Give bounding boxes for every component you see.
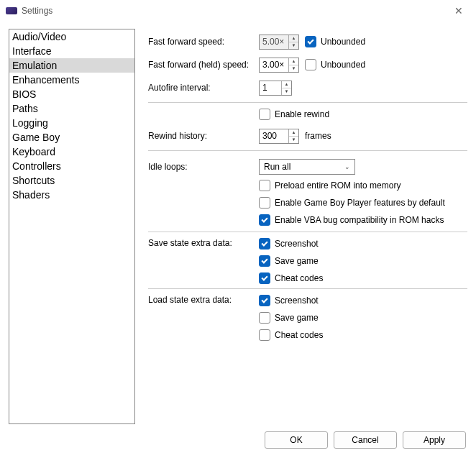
load-cheats-checkbox[interactable]: Cheat codes	[259, 329, 323, 341]
sidebar-item-keyboard[interactable]: Keyboard	[9, 145, 134, 159]
ff-speed-spinbox[interactable]: ▲▼	[259, 35, 299, 50]
sidebar-item-paths[interactable]: Paths	[9, 101, 134, 116]
app-icon	[6, 7, 17, 14]
load-extra-label: Load state extra data:	[148, 295, 259, 305]
rewind-history-input[interactable]	[260, 129, 288, 143]
ff-held-speed-label: Fast forward (held) speed:	[148, 60, 259, 70]
gb-player-label: Enable Game Boy Player features by defau…	[275, 198, 445, 208]
rewind-history-spinbox[interactable]: ▲▼	[259, 129, 299, 144]
sidebar-item-interface[interactable]: Interface	[9, 44, 134, 58]
ff-unbounded-label: Unbounded	[321, 37, 365, 47]
ff-held-unbounded-label: Unbounded	[321, 60, 365, 70]
save-extra-label: Save state extra data:	[148, 238, 259, 248]
sidebar-item-game-boy[interactable]: Game Boy	[9, 130, 134, 145]
save-screenshot-label: Screenshot	[275, 239, 319, 249]
close-button[interactable]: ✕	[447, 2, 470, 19]
spin-down-icon[interactable]: ▼	[289, 42, 298, 49]
load-savegame-checkbox[interactable]: Save game	[259, 312, 319, 324]
frames-unit-label: frames	[305, 131, 331, 141]
window-title: Settings	[22, 6, 447, 16]
idle-loops-label: Idle loops:	[148, 162, 259, 172]
ff-held-unbounded-checkbox[interactable]: Unbounded	[305, 59, 365, 70]
spin-up-icon[interactable]: ▲	[282, 81, 291, 88]
dialog-footer: OK Cancel Apply	[0, 424, 476, 456]
sidebar: Audio/VideoInterfaceEmulationEnhancement…	[9, 29, 135, 424]
sidebar-item-shortcuts[interactable]: Shortcuts	[9, 173, 134, 188]
save-screenshot-checkbox[interactable]: Screenshot	[259, 238, 319, 249]
apply-button[interactable]: Apply	[403, 431, 466, 449]
spin-down-icon[interactable]: ▼	[282, 88, 291, 95]
separator	[148, 150, 467, 151]
sidebar-item-enhancements[interactable]: Enhancements	[9, 73, 134, 87]
separator	[148, 288, 467, 289]
sidebar-item-logging[interactable]: Logging	[9, 116, 134, 130]
load-cheats-label: Cheat codes	[275, 330, 323, 340]
settings-panel: Fast forward speed: ▲▼ Unbounded Fast fo…	[135, 29, 467, 424]
sidebar-item-bios[interactable]: BIOS	[9, 87, 134, 101]
ok-button[interactable]: OK	[265, 431, 328, 449]
idle-loops-dropdown[interactable]: Run all ⌄	[259, 159, 355, 175]
preload-rom-label: Preload entire ROM into memory	[275, 180, 401, 191]
separator	[148, 232, 467, 232]
autofire-input[interactable]	[260, 81, 281, 95]
sidebar-item-emulation[interactable]: Emulation	[9, 58, 134, 73]
spin-down-icon[interactable]: ▼	[289, 65, 298, 72]
cancel-button[interactable]: Cancel	[334, 431, 397, 449]
sidebar-item-shaders[interactable]: Shaders	[9, 188, 134, 202]
save-savegame-label: Save game	[275, 256, 319, 266]
autofire-label: Autofire interval:	[148, 83, 259, 93]
load-screenshot-checkbox[interactable]: Screenshot	[259, 295, 319, 306]
ff-held-speed-input[interactable]	[260, 58, 288, 72]
vba-bug-checkbox[interactable]: Enable VBA bug compatibility in ROM hack…	[259, 214, 467, 226]
vba-bug-label: Enable VBA bug compatibility in ROM hack…	[275, 215, 444, 225]
rewind-history-label: Rewind history:	[148, 131, 259, 141]
spin-up-icon[interactable]: ▲	[289, 58, 298, 65]
gb-player-checkbox[interactable]: Enable Game Boy Player features by defau…	[259, 197, 467, 209]
ff-held-speed-spinbox[interactable]: ▲▼	[259, 58, 299, 73]
preload-rom-checkbox[interactable]: Preload entire ROM into memory	[259, 180, 467, 191]
ff-speed-label: Fast forward speed:	[148, 37, 259, 47]
save-cheats-checkbox[interactable]: Cheat codes	[259, 272, 323, 284]
load-savegame-label: Save game	[275, 313, 319, 323]
spin-up-icon[interactable]: ▲	[289, 129, 298, 137]
autofire-spinbox[interactable]: ▲▼	[259, 81, 292, 96]
separator	[148, 102, 467, 103]
load-screenshot-label: Screenshot	[275, 296, 319, 306]
ff-unbounded-checkbox[interactable]: Unbounded	[305, 36, 365, 47]
enable-rewind-checkbox[interactable]: Enable rewind	[259, 109, 467, 120]
save-cheats-label: Cheat codes	[275, 273, 323, 283]
titlebar: Settings ✕	[0, 0, 476, 22]
chevron-down-icon: ⌄	[344, 163, 350, 170]
ff-speed-input[interactable]	[260, 35, 288, 49]
sidebar-item-audio-video[interactable]: Audio/Video	[9, 29, 134, 44]
save-savegame-checkbox[interactable]: Save game	[259, 255, 319, 267]
idle-loops-value: Run all	[264, 162, 290, 172]
sidebar-item-controllers[interactable]: Controllers	[9, 159, 134, 173]
enable-rewind-label: Enable rewind	[275, 109, 329, 119]
spin-up-icon[interactable]: ▲	[289, 35, 298, 42]
spin-down-icon[interactable]: ▼	[289, 137, 298, 143]
